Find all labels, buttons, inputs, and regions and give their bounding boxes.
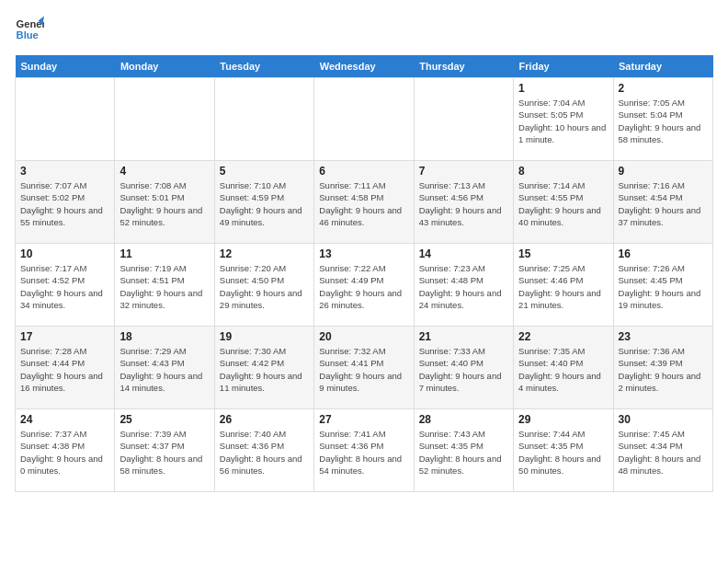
day-info: Sunrise: 7:28 AM Sunset: 4:44 PM Dayligh… [20,345,109,394]
day-info: Sunrise: 7:41 AM Sunset: 4:36 PM Dayligh… [319,428,408,477]
calendar-cell: 8Sunrise: 7:14 AM Sunset: 4:55 PM Daylig… [514,161,613,244]
header: General Blue [15,15,713,44]
day-number: 12 [220,247,309,260]
day-number: 15 [518,247,608,260]
day-number: 13 [319,247,408,260]
calendar-cell: 5Sunrise: 7:10 AM Sunset: 4:59 PM Daylig… [214,161,313,244]
calendar-cell: 6Sunrise: 7:11 AM Sunset: 4:58 PM Daylig… [314,161,414,244]
calendar-cell: 23Sunrise: 7:36 AM Sunset: 4:39 PM Dayli… [613,327,712,409]
day-info: Sunrise: 7:36 AM Sunset: 4:39 PM Dayligh… [619,345,708,394]
day-info: Sunrise: 7:32 AM Sunset: 4:41 PM Dayligh… [319,345,408,394]
day-number: 9 [619,165,708,178]
calendar-cell: 11Sunrise: 7:19 AM Sunset: 4:51 PM Dayli… [115,244,214,327]
day-number: 17 [20,330,109,343]
day-number: 4 [119,165,209,178]
day-number: 22 [518,330,608,343]
day-number: 3 [20,165,109,178]
day-info: Sunrise: 7:44 AM Sunset: 4:35 PM Dayligh… [518,428,608,477]
calendar-cell: 1Sunrise: 7:04 AM Sunset: 5:05 PM Daylig… [514,78,613,161]
day-number: 30 [619,413,708,426]
calendar-cell: 19Sunrise: 7:30 AM Sunset: 4:42 PM Dayli… [214,327,313,409]
day-number: 16 [619,247,708,260]
day-info: Sunrise: 7:10 AM Sunset: 4:59 PM Dayligh… [220,179,309,228]
calendar-cell [115,78,214,161]
day-info: Sunrise: 7:04 AM Sunset: 5:05 PM Dayligh… [518,97,608,145]
day-info: Sunrise: 7:26 AM Sunset: 4:45 PM Dayligh… [619,262,708,311]
day-info: Sunrise: 7:17 AM Sunset: 4:52 PM Dayligh… [20,262,109,311]
calendar-cell: 25Sunrise: 7:39 AM Sunset: 4:37 PM Dayli… [115,409,214,492]
day-header-wednesday: Wednesday [314,55,414,78]
day-info: Sunrise: 7:08 AM Sunset: 5:01 PM Dayligh… [119,179,209,228]
calendar-body: 1Sunrise: 7:04 AM Sunset: 5:05 PM Daylig… [16,78,713,492]
calendar-cell [414,78,513,161]
day-info: Sunrise: 7:19 AM Sunset: 4:51 PM Dayligh… [119,262,209,311]
logo-icon: General Blue [15,15,44,44]
calendar-cell: 29Sunrise: 7:44 AM Sunset: 4:35 PM Dayli… [514,409,613,492]
day-info: Sunrise: 7:39 AM Sunset: 4:37 PM Dayligh… [119,428,209,477]
day-info: Sunrise: 7:14 AM Sunset: 4:55 PM Dayligh… [518,179,608,228]
calendar-cell: 13Sunrise: 7:22 AM Sunset: 4:49 PM Dayli… [314,244,414,327]
day-info: Sunrise: 7:29 AM Sunset: 4:43 PM Dayligh… [119,345,209,394]
day-number: 23 [619,330,708,343]
day-number: 1 [518,82,608,95]
day-info: Sunrise: 7:11 AM Sunset: 4:58 PM Dayligh… [319,179,408,228]
day-number: 5 [220,165,309,178]
calendar-cell: 28Sunrise: 7:43 AM Sunset: 4:35 PM Dayli… [414,409,513,492]
calendar-cell: 4Sunrise: 7:08 AM Sunset: 5:01 PM Daylig… [115,161,214,244]
calendar-cell: 18Sunrise: 7:29 AM Sunset: 4:43 PM Dayli… [115,327,214,409]
calendar-cell: 17Sunrise: 7:28 AM Sunset: 4:44 PM Dayli… [16,327,115,409]
calendar-cell: 26Sunrise: 7:40 AM Sunset: 4:36 PM Dayli… [214,409,313,492]
calendar-week-5: 24Sunrise: 7:37 AM Sunset: 4:38 PM Dayli… [16,409,713,492]
calendar-week-2: 3Sunrise: 7:07 AM Sunset: 5:02 PM Daylig… [16,161,713,244]
calendar-cell: 9Sunrise: 7:16 AM Sunset: 4:54 PM Daylig… [613,161,712,244]
day-number: 28 [419,413,508,426]
day-number: 8 [518,165,608,178]
calendar-cell: 14Sunrise: 7:23 AM Sunset: 4:48 PM Dayli… [414,244,513,327]
day-info: Sunrise: 7:45 AM Sunset: 4:34 PM Dayligh… [619,428,708,477]
day-number: 14 [419,247,508,260]
day-number: 19 [220,330,309,343]
day-number: 10 [20,247,109,260]
day-info: Sunrise: 7:30 AM Sunset: 4:42 PM Dayligh… [220,345,309,394]
day-header-thursday: Thursday [414,55,513,78]
calendar-cell: 16Sunrise: 7:26 AM Sunset: 4:45 PM Dayli… [613,244,712,327]
day-info: Sunrise: 7:35 AM Sunset: 4:40 PM Dayligh… [518,345,608,394]
day-number: 6 [319,165,408,178]
calendar-header-row: SundayMondayTuesdayWednesdayThursdayFrid… [16,55,713,78]
day-info: Sunrise: 7:25 AM Sunset: 4:46 PM Dayligh… [518,262,608,311]
calendar-cell: 7Sunrise: 7:13 AM Sunset: 4:56 PM Daylig… [414,161,513,244]
logo: General Blue [15,15,44,44]
calendar-cell: 30Sunrise: 7:45 AM Sunset: 4:34 PM Dayli… [613,409,712,492]
calendar-week-1: 1Sunrise: 7:04 AM Sunset: 5:05 PM Daylig… [16,78,713,161]
calendar-week-4: 17Sunrise: 7:28 AM Sunset: 4:44 PM Dayli… [16,327,713,409]
calendar-cell: 2Sunrise: 7:05 AM Sunset: 5:04 PM Daylig… [613,78,712,161]
calendar-cell [214,78,313,161]
day-info: Sunrise: 7:23 AM Sunset: 4:48 PM Dayligh… [419,262,508,311]
day-number: 7 [419,165,508,178]
day-number: 21 [419,330,508,343]
calendar-cell [16,78,115,161]
day-info: Sunrise: 7:05 AM Sunset: 5:04 PM Dayligh… [619,97,708,145]
day-number: 25 [119,413,209,426]
calendar-cell [314,78,414,161]
day-number: 18 [119,330,209,343]
day-info: Sunrise: 7:13 AM Sunset: 4:56 PM Dayligh… [419,179,508,228]
day-header-tuesday: Tuesday [214,55,313,78]
day-header-friday: Friday [514,55,613,78]
day-info: Sunrise: 7:22 AM Sunset: 4:49 PM Dayligh… [319,262,408,311]
day-number: 27 [319,413,408,426]
calendar-table: SundayMondayTuesdayWednesdayThursdayFrid… [15,55,713,492]
day-info: Sunrise: 7:16 AM Sunset: 4:54 PM Dayligh… [619,179,708,228]
day-info: Sunrise: 7:40 AM Sunset: 4:36 PM Dayligh… [220,428,309,477]
day-number: 11 [119,247,209,260]
calendar-cell: 3Sunrise: 7:07 AM Sunset: 5:02 PM Daylig… [16,161,115,244]
calendar-cell: 27Sunrise: 7:41 AM Sunset: 4:36 PM Dayli… [314,409,414,492]
day-info: Sunrise: 7:37 AM Sunset: 4:38 PM Dayligh… [20,428,109,477]
day-header-sunday: Sunday [16,55,115,78]
day-number: 29 [518,413,608,426]
calendar-week-3: 10Sunrise: 7:17 AM Sunset: 4:52 PM Dayli… [16,244,713,327]
svg-text:Blue: Blue [17,29,39,40]
day-number: 20 [319,330,408,343]
day-number: 26 [220,413,309,426]
calendar-cell: 22Sunrise: 7:35 AM Sunset: 4:40 PM Dayli… [514,327,613,409]
